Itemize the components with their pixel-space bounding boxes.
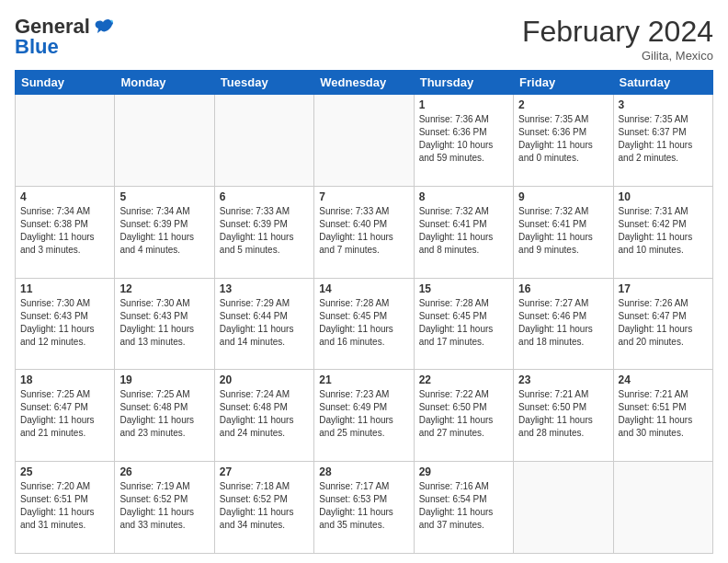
day-number: 20 <box>220 373 309 386</box>
day-info: Sunrise: 7:32 AM Sunset: 6:41 PM Dayligh… <box>419 205 508 257</box>
calendar-cell: 19Sunrise: 7:25 AM Sunset: 6:48 PM Dayli… <box>115 370 214 462</box>
calendar-header-row: Sunday Monday Tuesday Wednesday Thursday… <box>16 71 713 95</box>
calendar-cell: 7Sunrise: 7:33 AM Sunset: 6:40 PM Daylig… <box>314 186 414 278</box>
calendar-cell: 29Sunrise: 7:16 AM Sunset: 6:54 PM Dayli… <box>414 462 513 554</box>
col-saturday: Saturday <box>613 71 712 95</box>
week-row-2: 11Sunrise: 7:30 AM Sunset: 6:43 PM Dayli… <box>16 278 713 370</box>
day-info: Sunrise: 7:29 AM Sunset: 6:44 PM Dayligh… <box>220 297 309 349</box>
calendar-cell <box>613 462 712 554</box>
day-info: Sunrise: 7:32 AM Sunset: 6:41 PM Dayligh… <box>518 205 608 257</box>
calendar-cell: 2Sunrise: 7:35 AM Sunset: 6:36 PM Daylig… <box>514 95 613 187</box>
day-info: Sunrise: 7:23 AM Sunset: 6:49 PM Dayligh… <box>319 388 408 440</box>
day-number: 8 <box>419 190 508 203</box>
calendar-cell: 3Sunrise: 7:35 AM Sunset: 6:37 PM Daylig… <box>613 95 712 187</box>
calendar-cell <box>514 462 613 554</box>
day-number: 29 <box>419 465 508 478</box>
calendar-cell: 14Sunrise: 7:28 AM Sunset: 6:45 PM Dayli… <box>314 278 414 370</box>
day-info: Sunrise: 7:36 AM Sunset: 6:36 PM Dayligh… <box>419 113 508 165</box>
calendar-cell: 18Sunrise: 7:25 AM Sunset: 6:47 PM Dayli… <box>16 370 115 462</box>
calendar-cell <box>314 95 414 187</box>
day-number: 26 <box>119 465 209 478</box>
calendar-cell: 6Sunrise: 7:33 AM Sunset: 6:39 PM Daylig… <box>214 186 313 278</box>
calendar-cell: 5Sunrise: 7:34 AM Sunset: 6:39 PM Daylig… <box>115 186 214 278</box>
calendar-cell: 20Sunrise: 7:24 AM Sunset: 6:48 PM Dayli… <box>214 370 313 462</box>
calendar-cell <box>16 95 115 187</box>
day-number: 22 <box>419 373 508 386</box>
day-info: Sunrise: 7:22 AM Sunset: 6:50 PM Dayligh… <box>419 388 508 440</box>
day-info: Sunrise: 7:27 AM Sunset: 6:46 PM Dayligh… <box>518 297 608 349</box>
calendar-cell: 10Sunrise: 7:31 AM Sunset: 6:42 PM Dayli… <box>613 186 712 278</box>
calendar-cell: 4Sunrise: 7:34 AM Sunset: 6:38 PM Daylig… <box>16 186 115 278</box>
calendar-cell: 17Sunrise: 7:26 AM Sunset: 6:47 PM Dayli… <box>613 278 712 370</box>
calendar-cell: 27Sunrise: 7:18 AM Sunset: 6:52 PM Dayli… <box>214 462 313 554</box>
calendar-cell: 21Sunrise: 7:23 AM Sunset: 6:49 PM Dayli… <box>314 370 414 462</box>
day-info: Sunrise: 7:17 AM Sunset: 6:53 PM Dayligh… <box>319 480 408 532</box>
day-info: Sunrise: 7:24 AM Sunset: 6:48 PM Dayligh… <box>220 388 309 440</box>
location: Gilita, Mexico <box>522 49 713 63</box>
header: General Blue February 2024 Gilita, Mexic… <box>15 15 713 63</box>
page: General Blue February 2024 Gilita, Mexic… <box>0 0 728 563</box>
day-number: 1 <box>419 98 508 111</box>
col-friday: Friday <box>514 71 613 95</box>
week-row-0: 1Sunrise: 7:36 AM Sunset: 6:36 PM Daylig… <box>16 95 713 187</box>
day-info: Sunrise: 7:25 AM Sunset: 6:47 PM Dayligh… <box>20 388 109 440</box>
day-info: Sunrise: 7:21 AM Sunset: 6:51 PM Dayligh… <box>619 388 708 440</box>
day-number: 24 <box>619 373 708 386</box>
day-number: 7 <box>319 190 408 203</box>
calendar-cell: 16Sunrise: 7:27 AM Sunset: 6:46 PM Dayli… <box>514 278 613 370</box>
day-number: 16 <box>518 282 608 295</box>
week-row-4: 25Sunrise: 7:20 AM Sunset: 6:51 PM Dayli… <box>16 462 713 554</box>
day-info: Sunrise: 7:30 AM Sunset: 6:43 PM Dayligh… <box>20 297 109 349</box>
col-sunday: Sunday <box>16 71 115 95</box>
day-info: Sunrise: 7:34 AM Sunset: 6:38 PM Dayligh… <box>20 205 109 257</box>
day-info: Sunrise: 7:35 AM Sunset: 6:37 PM Dayligh… <box>619 113 708 165</box>
title-area: February 2024 Gilita, Mexico <box>522 15 713 63</box>
calendar-cell <box>214 95 313 187</box>
col-thursday: Thursday <box>414 71 513 95</box>
day-info: Sunrise: 7:20 AM Sunset: 6:51 PM Dayligh… <box>20 480 109 532</box>
calendar-cell: 9Sunrise: 7:32 AM Sunset: 6:41 PM Daylig… <box>514 186 613 278</box>
day-number: 11 <box>20 282 109 295</box>
calendar-cell: 25Sunrise: 7:20 AM Sunset: 6:51 PM Dayli… <box>16 462 115 554</box>
day-info: Sunrise: 7:31 AM Sunset: 6:42 PM Dayligh… <box>619 205 708 257</box>
calendar-cell: 13Sunrise: 7:29 AM Sunset: 6:44 PM Dayli… <box>214 278 313 370</box>
calendar-cell: 11Sunrise: 7:30 AM Sunset: 6:43 PM Dayli… <box>16 278 115 370</box>
day-info: Sunrise: 7:33 AM Sunset: 6:40 PM Dayligh… <box>319 205 408 257</box>
logo: General Blue <box>15 15 114 59</box>
calendar-cell: 28Sunrise: 7:17 AM Sunset: 6:53 PM Dayli… <box>314 462 414 554</box>
calendar-cell: 12Sunrise: 7:30 AM Sunset: 6:43 PM Dayli… <box>115 278 214 370</box>
day-number: 12 <box>119 282 209 295</box>
logo-bird-icon <box>94 18 114 35</box>
day-info: Sunrise: 7:33 AM Sunset: 6:39 PM Dayligh… <box>220 205 309 257</box>
calendar-cell: 15Sunrise: 7:28 AM Sunset: 6:45 PM Dayli… <box>414 278 513 370</box>
week-row-1: 4Sunrise: 7:34 AM Sunset: 6:38 PM Daylig… <box>16 186 713 278</box>
day-number: 19 <box>119 373 209 386</box>
logo-blue-text: Blue <box>15 35 59 59</box>
calendar-cell: 23Sunrise: 7:21 AM Sunset: 6:50 PM Dayli… <box>514 370 613 462</box>
calendar-cell: 26Sunrise: 7:19 AM Sunset: 6:52 PM Dayli… <box>115 462 214 554</box>
day-info: Sunrise: 7:28 AM Sunset: 6:45 PM Dayligh… <box>319 297 408 349</box>
day-info: Sunrise: 7:21 AM Sunset: 6:50 PM Dayligh… <box>518 388 608 440</box>
day-number: 18 <box>20 373 109 386</box>
day-info: Sunrise: 7:16 AM Sunset: 6:54 PM Dayligh… <box>419 480 508 532</box>
day-info: Sunrise: 7:19 AM Sunset: 6:52 PM Dayligh… <box>119 480 209 532</box>
day-number: 28 <box>319 465 408 478</box>
day-info: Sunrise: 7:30 AM Sunset: 6:43 PM Dayligh… <box>119 297 209 349</box>
week-row-3: 18Sunrise: 7:25 AM Sunset: 6:47 PM Dayli… <box>16 370 713 462</box>
day-number: 9 <box>518 190 608 203</box>
day-number: 10 <box>619 190 708 203</box>
day-number: 3 <box>619 98 708 111</box>
col-tuesday: Tuesday <box>214 71 313 95</box>
month-title: February 2024 <box>522 15 713 49</box>
day-info: Sunrise: 7:35 AM Sunset: 6:36 PM Dayligh… <box>518 113 608 165</box>
day-number: 5 <box>119 190 209 203</box>
day-number: 13 <box>220 282 309 295</box>
calendar-cell: 1Sunrise: 7:36 AM Sunset: 6:36 PM Daylig… <box>414 95 513 187</box>
day-number: 15 <box>419 282 508 295</box>
calendar-cell: 22Sunrise: 7:22 AM Sunset: 6:50 PM Dayli… <box>414 370 513 462</box>
day-info: Sunrise: 7:28 AM Sunset: 6:45 PM Dayligh… <box>419 297 508 349</box>
calendar-cell: 24Sunrise: 7:21 AM Sunset: 6:51 PM Dayli… <box>613 370 712 462</box>
col-wednesday: Wednesday <box>314 71 414 95</box>
day-number: 23 <box>518 373 608 386</box>
day-number: 2 <box>518 98 608 111</box>
